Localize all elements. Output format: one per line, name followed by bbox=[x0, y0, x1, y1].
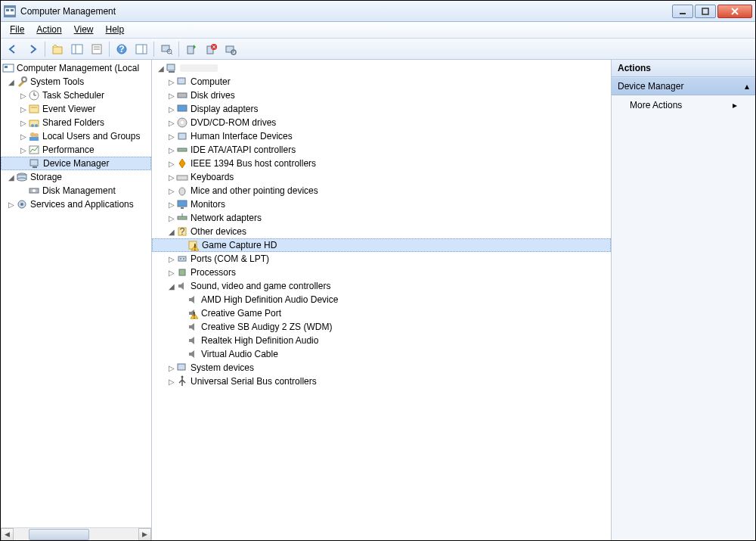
svg-rect-8 bbox=[72, 45, 82, 54]
expander-icon[interactable]: ▷ bbox=[167, 214, 176, 222]
expander-icon[interactable]: ▷ bbox=[19, 132, 28, 141]
console-tree[interactable]: Computer Management (Local ◢ System Tool… bbox=[1, 60, 151, 527]
scan-hardware-button[interactable] bbox=[222, 41, 240, 58]
svg-text:?: ? bbox=[119, 44, 124, 54]
cat-network[interactable]: ▷Network adapters bbox=[152, 211, 611, 225]
tree-root[interactable]: Computer Management (Local bbox=[1, 61, 151, 75]
back-button[interactable] bbox=[4, 41, 22, 58]
tree-task-scheduler[interactable]: ▷ Task Scheduler bbox=[1, 89, 151, 102]
options-button[interactable] bbox=[132, 41, 150, 58]
device-amd-audio[interactable]: AMD High Definition Audio Device bbox=[152, 293, 611, 306]
device-root[interactable]: ◢ bbox=[152, 61, 611, 75]
cat-processors[interactable]: ▷Processors bbox=[152, 266, 611, 279]
expander-icon[interactable]: ▷ bbox=[167, 173, 176, 182]
cat-ieee[interactable]: ▷IEEE 1394 Bus host controllers bbox=[152, 157, 611, 170]
network-icon bbox=[176, 212, 188, 224]
help-button[interactable]: ? bbox=[113, 41, 131, 58]
expander-icon[interactable]: ▷ bbox=[167, 78, 176, 86]
scan-button[interactable] bbox=[157, 41, 175, 58]
cat-system-devices[interactable]: ▷System devices bbox=[152, 361, 611, 375]
expander-icon[interactable]: ▷ bbox=[167, 119, 176, 127]
tree-label: Computer bbox=[191, 76, 231, 87]
expander-icon[interactable]: ▷ bbox=[167, 269, 176, 277]
ide-icon bbox=[176, 144, 188, 156]
tree-local-users[interactable]: ▷ Local Users and Groups bbox=[1, 129, 151, 143]
device-realtek[interactable]: Realtek High Definition Audio bbox=[152, 334, 611, 347]
cat-keyboards[interactable]: ▷Keyboards bbox=[152, 170, 611, 184]
device-creative-port[interactable]: !Creative Game Port bbox=[152, 306, 611, 320]
expander-icon[interactable]: ◢ bbox=[167, 282, 176, 291]
svg-rect-17 bbox=[162, 45, 169, 51]
show-hide-button[interactable] bbox=[68, 41, 86, 58]
expander-icon[interactable]: ▷ bbox=[19, 92, 28, 100]
svg-text:?: ? bbox=[180, 226, 185, 237]
expander-icon[interactable]: ◢ bbox=[7, 78, 16, 86]
menu-help[interactable]: Help bbox=[100, 22, 131, 38]
cat-mice[interactable]: ▷Mice and other pointing devices bbox=[152, 184, 611, 197]
expander-icon[interactable]: ▷ bbox=[19, 119, 28, 127]
uninstall-button[interactable] bbox=[202, 41, 220, 58]
cat-usb[interactable]: ▷Universal Serial Bus controllers bbox=[152, 375, 611, 388]
expander-icon[interactable]: ▷ bbox=[167, 201, 176, 209]
tree-shared-folders[interactable]: ▷ Shared Folders bbox=[1, 116, 151, 129]
expander-icon[interactable]: ▷ bbox=[167, 160, 176, 168]
expander-icon[interactable]: ▷ bbox=[19, 146, 28, 154]
tree-label: Network adapters bbox=[191, 213, 262, 223]
tree-event-viewer[interactable]: ▷ Event Viewer bbox=[1, 102, 151, 116]
up-button[interactable] bbox=[48, 41, 67, 58]
menu-view[interactable]: View bbox=[68, 22, 100, 38]
tree-label: Keyboards bbox=[191, 172, 234, 182]
tree-system-tools[interactable]: ◢ System Tools bbox=[1, 75, 151, 89]
expander-icon[interactable]: ▷ bbox=[167, 105, 176, 113]
cat-dvd[interactable]: ▷DVD/CD-ROM drives bbox=[152, 116, 611, 129]
cat-sound[interactable]: ◢Sound, video and game controllers bbox=[152, 279, 611, 293]
menu-action[interactable]: Action bbox=[30, 22, 67, 38]
tree-label: Performance bbox=[42, 145, 94, 155]
maximize-button[interactable] bbox=[695, 5, 716, 18]
scroll-left-button[interactable]: ◀ bbox=[1, 528, 14, 541]
cat-ide[interactable]: ▷IDE ATA/ATAPI controllers bbox=[152, 143, 611, 157]
blurred-hostname bbox=[180, 64, 218, 72]
expander-icon[interactable]: ◢ bbox=[167, 228, 176, 236]
expander-icon[interactable]: ◢ bbox=[156, 64, 166, 73]
expander-icon[interactable]: ▷ bbox=[167, 378, 176, 386]
expander-icon[interactable]: ▷ bbox=[167, 146, 176, 154]
tree-storage[interactable]: ◢ Storage bbox=[1, 170, 151, 184]
expander-icon[interactable]: ▷ bbox=[167, 92, 176, 100]
menu-file[interactable]: File bbox=[4, 22, 30, 38]
expander-icon[interactable]: ▷ bbox=[7, 201, 16, 209]
expander-icon[interactable]: ▷ bbox=[167, 364, 176, 372]
cat-disk-drives[interactable]: ▷Disk drives bbox=[152, 89, 611, 102]
device-creative-sb[interactable]: Creative SB Audigy 2 ZS (WDM) bbox=[152, 320, 611, 334]
horizontal-scrollbar[interactable]: ◀ ▶ bbox=[1, 527, 151, 540]
device-vac[interactable]: Virtual Audio Cable bbox=[152, 347, 611, 361]
scroll-thumb[interactable] bbox=[29, 529, 89, 540]
cat-hid[interactable]: ▷Human Interface Devices bbox=[152, 129, 611, 143]
minimize-button[interactable] bbox=[672, 5, 693, 18]
properties-button[interactable] bbox=[88, 41, 106, 58]
close-button[interactable] bbox=[717, 5, 752, 18]
scroll-right-button[interactable]: ▶ bbox=[138, 528, 151, 541]
tree-device-manager[interactable]: Device Manager bbox=[1, 157, 151, 170]
cat-other[interactable]: ◢?Other devices bbox=[152, 225, 611, 238]
cat-monitors[interactable]: ▷Monitors bbox=[152, 197, 611, 211]
expander-icon[interactable]: ▷ bbox=[19, 105, 28, 113]
tree-label: Virtual Audio Cable bbox=[201, 349, 278, 359]
cat-display[interactable]: ▷Display adapters bbox=[152, 102, 611, 116]
expander-icon[interactable]: ▷ bbox=[167, 187, 176, 195]
device-game-capture[interactable]: !Game Capture HD bbox=[152, 238, 611, 252]
update-driver-button[interactable] bbox=[182, 41, 200, 58]
expander-icon[interactable]: ◢ bbox=[7, 173, 16, 182]
device-tree-pane[interactable]: ◢ ▷Computer ▷Disk drives ▷Display adapte… bbox=[152, 60, 612, 540]
forward-button[interactable] bbox=[23, 41, 42, 58]
display-icon bbox=[176, 103, 188, 115]
tree-performance[interactable]: ▷ Performance bbox=[1, 143, 151, 157]
cat-computer[interactable]: ▷Computer bbox=[152, 75, 611, 89]
tree-services[interactable]: ▷ Services and Applications bbox=[1, 197, 151, 211]
expander-icon[interactable]: ▷ bbox=[167, 255, 176, 263]
tree-disk-mgmt[interactable]: Disk Management bbox=[1, 184, 151, 197]
actions-section[interactable]: Device Manager ▴ bbox=[612, 77, 755, 95]
cat-ports[interactable]: ▷Ports (COM & LPT) bbox=[152, 252, 611, 266]
actions-more[interactable]: More Actions ▸ bbox=[612, 95, 755, 115]
expander-icon[interactable]: ▷ bbox=[167, 132, 176, 141]
